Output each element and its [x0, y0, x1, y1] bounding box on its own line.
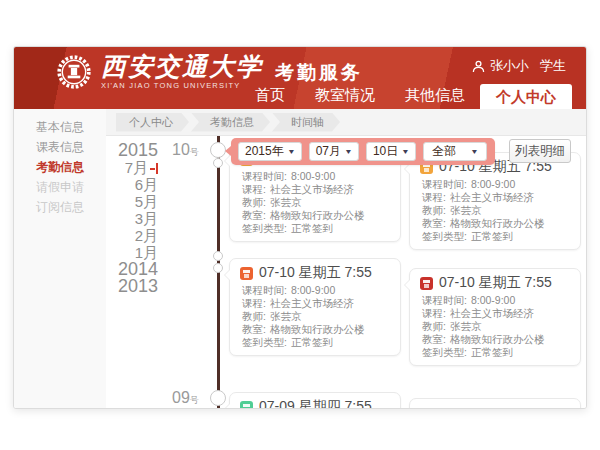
- year-dropdown-value: 2015年: [245, 143, 284, 160]
- card-field: 签到类型:正常签到: [422, 230, 570, 243]
- signin-status-icon: [420, 277, 433, 290]
- card-field: 签到类型:正常签到: [422, 346, 570, 359]
- timeline-year-item[interactable]: 2月: [106, 227, 158, 244]
- card-field-value: 张芸京: [450, 320, 482, 332]
- signin-status-icon: [240, 267, 253, 280]
- breadcrumb-item[interactable]: 考勤信息: [191, 113, 270, 132]
- card-field-label: 教室:: [242, 209, 266, 221]
- sidebar-item[interactable]: 订阅信息: [14, 197, 106, 217]
- card-field: 课程时间:8:00-9:00: [422, 178, 570, 191]
- card-field: 课程时间:8:00-9:00: [242, 284, 390, 297]
- card-field-value: 8:00-9:00: [291, 284, 335, 296]
- app-title: 考勤服务: [275, 60, 363, 86]
- year-dropdown[interactable]: 2015年 ▼: [238, 142, 302, 161]
- card-date-title: 07-10 星期五 7:55: [439, 274, 552, 292]
- card-field-label: 教室:: [422, 333, 446, 345]
- card-field-label: 签到类型:: [422, 346, 467, 358]
- app-header: 西安交通大学 XI'AN JIAO TONG UNIVERSITY 考勤服务 张…: [14, 47, 586, 109]
- timeline-year-item[interactable]: 2015: [106, 142, 158, 159]
- day-marker-10: 10号: [172, 141, 199, 159]
- attendance-card: 07-10 星期五 7:55 课程时间:8:00-9:00课程:社会主义市场经济…: [409, 152, 581, 250]
- card-body: 课程时间:8:00-9:00课程:社会主义市场经济教师:张芸京教室:格物致知行政…: [240, 284, 390, 349]
- card-field-value: 8:00-9:00: [471, 178, 515, 190]
- card-field: 教室:格物致知行政办公楼: [242, 323, 390, 336]
- card-field: 教室:格物致知行政办公楼: [242, 209, 390, 222]
- card-field: 课程:社会主义市场经济: [422, 307, 570, 320]
- card-field: 课程时间:8:00-9:00: [422, 294, 570, 307]
- card-field-label: 课程:: [242, 297, 266, 309]
- filter-bar: 2015年 ▼ 07月 ▼ 10日 ▼ 全部 ▼: [231, 138, 495, 165]
- card-field-label: 课程:: [422, 307, 446, 319]
- card-field: 课程:社会主义市场经济: [242, 183, 390, 196]
- card-field-label: 签到类型:: [242, 336, 287, 348]
- university-name-en: XI'AN JIAO TONG UNIVERSITY: [101, 81, 263, 90]
- sidebar-item[interactable]: 考勤信息: [14, 157, 106, 177]
- day-marker-09: 09号: [172, 389, 199, 407]
- card-field: 教师:张芸京: [422, 204, 570, 217]
- list-detail-button[interactable]: 列表明细: [509, 139, 571, 163]
- card-field: 课程:社会主义市场经济: [422, 191, 570, 204]
- content-area: 个人中心考勤信息时间轴 20157月6月5月3月2月1月20142013 10号…: [106, 109, 586, 409]
- nav-tab[interactable]: 教室情况: [300, 84, 390, 109]
- type-dropdown-value: 全部: [432, 143, 456, 160]
- timeline-year-item[interactable]: 3月: [106, 210, 158, 227]
- sidebar: 基本信息课表信息考勤信息请假申请订阅信息: [14, 109, 106, 409]
- timeline-year-list: 20157月6月5月3月2月1月20142013: [106, 142, 158, 295]
- card-field-value: 社会主义市场经济: [450, 191, 534, 203]
- card-field-value: 社会主义市场经济: [270, 297, 354, 309]
- timeline-year-item[interactable]: 6月: [106, 176, 158, 193]
- card-field-label: 签到类型:: [422, 230, 467, 242]
- chevron-down-icon: ▼: [402, 148, 410, 155]
- day-dropdown[interactable]: 10日 ▼: [366, 142, 416, 161]
- card-field-value: 社会主义市场经济: [270, 183, 354, 195]
- chevron-down-icon: ▼: [344, 148, 352, 155]
- type-dropdown[interactable]: 全部 ▼: [423, 142, 487, 161]
- app-window: 西安交通大学 XI'AN JIAO TONG UNIVERSITY 考勤服务 张…: [13, 46, 587, 409]
- user-menu[interactable]: 张小小 学生: [472, 57, 566, 75]
- card-field-value: 正常签到: [471, 346, 513, 358]
- card-field-label: 课程时间:: [422, 294, 467, 306]
- card-body: 课程时间:8:00-9:00课程:社会主义市场经济教师:张芸京教室:格物致知行政…: [420, 178, 570, 243]
- card-field: 教师:张芸京: [422, 320, 570, 333]
- card-field-label: 课程:: [422, 191, 446, 203]
- brand-text: 西安交通大学 XI'AN JIAO TONG UNIVERSITY: [101, 54, 263, 90]
- timeline-year-item[interactable]: 5月: [106, 193, 158, 210]
- card-field-label: 教室:: [422, 217, 446, 229]
- card-field-value: 张芸京: [270, 310, 302, 322]
- breadcrumb: 个人中心考勤信息时间轴: [106, 109, 586, 136]
- sidebar-item[interactable]: 请假申请: [14, 177, 106, 197]
- card-field-label: 教室:: [242, 323, 266, 335]
- card-field-label: 课程时间:: [422, 178, 467, 190]
- nav-tab[interactable]: 首页: [240, 84, 300, 109]
- month-dropdown[interactable]: 07月 ▼: [309, 142, 359, 161]
- card-field-label: 课程时间:: [242, 170, 287, 182]
- card-body: 课程时间:8:00-9:00课程:社会主义市场经济教师:张芸京教室:格物致知行政…: [420, 294, 570, 359]
- nav-tab[interactable]: 个人中心: [480, 84, 572, 109]
- card-field: 课程:社会主义市场经济: [242, 297, 390, 310]
- card-field-label: 教师:: [422, 320, 446, 332]
- card-field: 签到类型:正常签到: [242, 222, 390, 235]
- sidebar-item[interactable]: 课表信息: [14, 137, 106, 157]
- top-nav: 首页教室情况其他信息个人中心: [240, 84, 572, 109]
- chevron-down-icon: ▼: [287, 148, 295, 155]
- timeline-node: [213, 251, 223, 261]
- card-field: 课程时间:8:00-9:00: [242, 170, 390, 183]
- timeline-year-item[interactable]: 2013: [106, 278, 158, 295]
- breadcrumb-item[interactable]: 时间轴: [272, 113, 340, 132]
- attendance-card: 07-10 星期五 7:55 课程时间:8:00-9:00课程:社会主义市场经济…: [229, 258, 401, 356]
- card-field-value: 格物致知行政办公楼: [270, 323, 365, 335]
- breadcrumb-item[interactable]: 个人中心: [116, 113, 189, 132]
- person-icon: [472, 60, 485, 73]
- card-header: 07-10 星期五 7:55: [240, 264, 390, 282]
- card-field-label: 签到类型:: [242, 222, 287, 234]
- nav-tab[interactable]: 其他信息: [390, 84, 480, 109]
- university-name-cn: 西安交通大学: [101, 54, 263, 80]
- user-role: 学生: [540, 57, 566, 75]
- card-field-value: 正常签到: [471, 230, 513, 242]
- card-date-title: 07-10 星期五 7:55: [259, 264, 372, 282]
- sidebar-item[interactable]: 基本信息: [14, 117, 106, 137]
- card-field-label: 教师:: [242, 196, 266, 208]
- card-field-label: 课程时间:: [242, 284, 287, 296]
- attendance-card: 07-10 星期五 7:55 课程时间:8:00-9:00课程:社会主义市场经济…: [409, 268, 581, 366]
- timeline-year-item[interactable]: 7月: [106, 159, 158, 176]
